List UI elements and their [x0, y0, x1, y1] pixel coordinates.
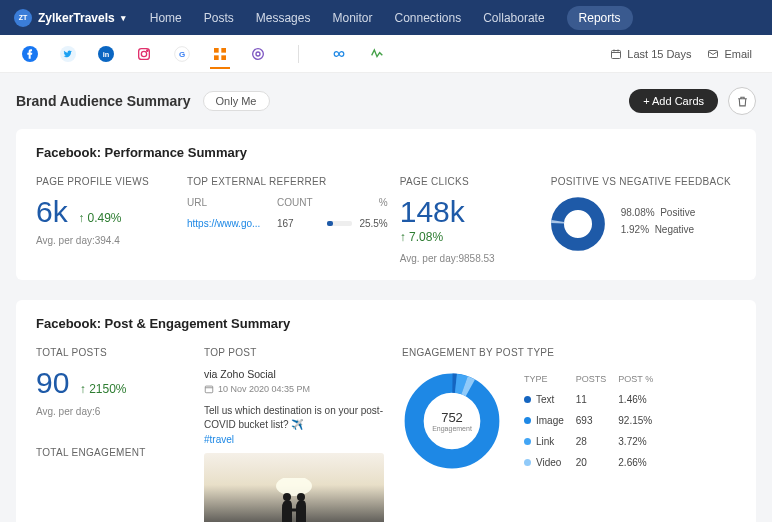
email-button[interactable]: Email — [707, 48, 752, 60]
profile-views-delta: ↑ 0.49% — [78, 211, 121, 225]
nav-messages[interactable]: Messages — [256, 11, 311, 25]
chevron-down-icon: ▾ — [121, 13, 126, 23]
col-pct: % — [327, 197, 388, 208]
brand-logo: ZT — [14, 9, 32, 27]
instagram-icon[interactable] — [134, 44, 154, 64]
nav-connections[interactable]: Connections — [394, 11, 461, 25]
nav-menu: HomePostsMessagesMonitorConnectionsColla… — [150, 6, 633, 30]
referrer-row: https://www.go... 167 25.5% — [187, 218, 388, 229]
top-post-caption: Tell us which destination is on your pos… — [204, 404, 384, 432]
post-engagement-card: Facebook: Post & Engagement Summary TOTA… — [16, 300, 756, 522]
svg-point-20 — [276, 478, 312, 496]
total-engagement-label: TOTAL ENGAGEMENT — [36, 447, 186, 458]
th-pct: POST % — [618, 370, 663, 388]
engagement-label: Engagement — [432, 425, 472, 432]
referrer-url[interactable]: https://www.go... — [187, 218, 277, 229]
nav-collaborate[interactable]: Collaborate — [483, 11, 544, 25]
col-count: COUNT — [277, 197, 327, 208]
page-clicks-avg: Avg. per day:9858.53 — [400, 253, 539, 264]
page-header: Brand Audience Summary Only Me + Add Car… — [0, 73, 772, 129]
top-post-source: via Zoho Social — [204, 368, 384, 380]
total-posts-value: 90 — [36, 368, 69, 398]
engagement-row: Link283.72% — [524, 432, 663, 451]
total-posts-delta: ↑ 2150% — [80, 382, 127, 396]
nav-reports[interactable]: Reports — [567, 6, 633, 30]
negative-feedback: 1.92% Negative — [621, 224, 696, 235]
metric-label: TOTAL POSTS — [36, 347, 186, 358]
th-posts: POSTS — [576, 370, 617, 388]
svg-point-21 — [283, 493, 291, 501]
svg-text:in: in — [103, 49, 110, 58]
twitter-icon[interactable] — [58, 44, 78, 64]
activity-icon[interactable] — [367, 44, 387, 64]
social-icons: in G — [20, 44, 387, 64]
nav-home[interactable]: Home — [150, 11, 182, 25]
delete-button[interactable] — [728, 87, 756, 115]
top-nav: ZT ZylkerTravels ▾ HomePostsMessagesMoni… — [0, 0, 772, 35]
performance-summary-card: Facebook: Performance Summary PAGE PROFI… — [16, 129, 756, 280]
profile-views-avg: Avg. per day:394.4 — [36, 235, 175, 246]
top-post-meta: 10 Nov 2020 04:35 PM — [204, 384, 384, 394]
profile-views-value: 6k — [36, 197, 68, 227]
svg-rect-12 — [221, 55, 226, 60]
brand-switcher[interactable]: ZT ZylkerTravels ▾ — [14, 9, 126, 27]
email-label: Email — [724, 48, 752, 60]
add-cards-button[interactable]: + Add Cards — [629, 89, 718, 113]
trash-icon — [736, 95, 749, 108]
engagement-row: Video202.66% — [524, 453, 663, 472]
svg-rect-15 — [612, 50, 621, 58]
linkedin-icon[interactable]: in — [96, 44, 116, 64]
referrer-pct: 25.5% — [352, 218, 388, 229]
metric-label: TOP EXTERNAL REFERRER — [187, 176, 388, 187]
svg-point-13 — [253, 48, 264, 59]
total-posts-avg: Avg. per day:6 — [36, 406, 186, 417]
metric-label: PAGE CLICKS — [400, 176, 539, 187]
top-post-hashtag[interactable]: #travel — [204, 434, 384, 445]
top-post-image[interactable] — [204, 453, 384, 522]
positive-feedback: 98.08% Positive — [621, 207, 696, 218]
engagement-donut: 752 Engagement — [402, 371, 502, 471]
page-title: Brand Audience Summary — [16, 93, 191, 109]
svg-point-5 — [141, 51, 146, 56]
svg-text:G: G — [179, 49, 185, 58]
svg-point-17 — [557, 204, 598, 245]
target-icon[interactable] — [248, 44, 268, 64]
brand-name: ZylkerTravels — [38, 11, 115, 25]
engagement-total: 752 — [432, 410, 472, 425]
card-title: Facebook: Performance Summary — [36, 145, 736, 160]
card-title: Facebook: Post & Engagement Summary — [36, 316, 736, 331]
metric-label: ENGAGEMENT BY POST TYPE — [402, 347, 736, 358]
engagement-row: Image69392.15% — [524, 411, 663, 430]
metric-label: POSITIVE VS NEGATIVE FEEDBACK — [551, 176, 736, 187]
svg-point-22 — [297, 493, 305, 501]
metric-label: PAGE PROFILE VIEWS — [36, 176, 175, 187]
mail-icon — [707, 48, 719, 60]
infinity-icon[interactable] — [329, 44, 349, 64]
calendar-icon — [610, 48, 622, 60]
svg-rect-10 — [221, 48, 226, 53]
svg-rect-9 — [214, 48, 219, 53]
date-range-label: Last 15 Days — [627, 48, 691, 60]
toolbar-right: Last 15 Days Email — [610, 48, 752, 60]
nav-posts[interactable]: Posts — [204, 11, 234, 25]
channel-toolbar: in G Last 15 Days Email — [0, 35, 772, 73]
svg-point-6 — [147, 50, 148, 51]
feedback-donut — [551, 197, 605, 251]
separator — [298, 45, 299, 63]
engagement-row: Text111.46% — [524, 390, 663, 409]
referrer-count: 167 — [277, 218, 327, 229]
page-clicks-delta: ↑ 7.08% — [400, 230, 443, 244]
silhouette-icon — [264, 478, 324, 522]
engagement-table: TYPE POSTS POST % Text111.46%Image69392.… — [522, 368, 665, 474]
page-clicks-value: 148k — [400, 197, 465, 227]
svg-rect-19 — [205, 386, 213, 393]
grid-icon[interactable] — [210, 49, 230, 69]
facebook-icon[interactable] — [20, 44, 40, 64]
referrer-bar — [327, 221, 352, 226]
google-icon[interactable]: G — [172, 44, 192, 64]
visibility-chip[interactable]: Only Me — [203, 91, 270, 111]
date-range-picker[interactable]: Last 15 Days — [610, 48, 691, 60]
nav-monitor[interactable]: Monitor — [332, 11, 372, 25]
metric-label: TOP POST — [204, 347, 384, 358]
svg-point-14 — [256, 52, 260, 56]
